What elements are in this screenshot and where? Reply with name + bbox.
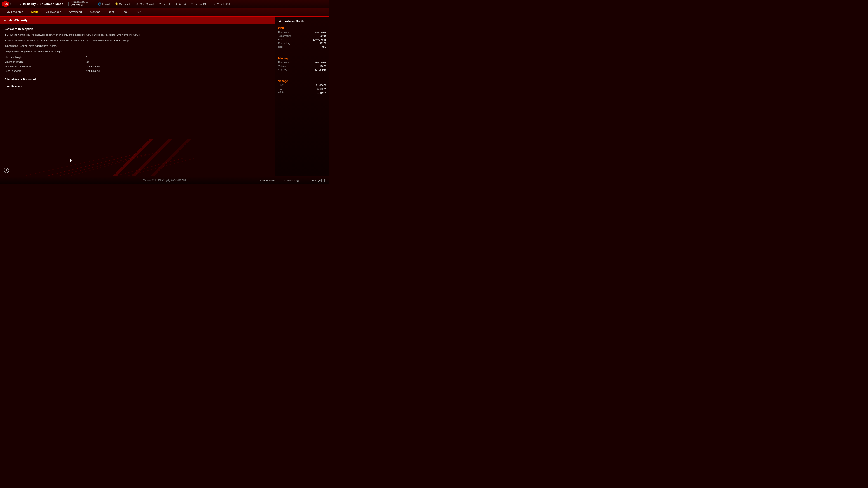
language-icon: 🌐 (98, 2, 101, 6)
user-pw-value: Not Installed (86, 70, 100, 72)
toolbar-memtest[interactable]: 🖥 MemTest86 (212, 2, 231, 6)
qfan-label: Qfan Control (140, 3, 154, 5)
search-label: Search (162, 3, 170, 5)
app-title: UEFI BIOS Utility – Advanced Mode (10, 2, 64, 6)
mem-capacity-row: Capacity 32768 MB (278, 68, 326, 71)
memory-section: Memory Frequency 4800 MHz Voltage 1.120 … (278, 57, 326, 72)
core-voltage-label: Core Voltage (278, 42, 291, 45)
bottom-bar: Version 2.21.1278 Copyright (C) 2022 AMI… (0, 176, 329, 184)
qfan-icon: ⟳ (136, 2, 139, 6)
v12-row: +12V 12.000 V (278, 84, 326, 87)
time-display: 09:55 (71, 3, 80, 7)
resizebar-icon: ⊞ (191, 2, 194, 6)
cpu-title: CPU (278, 27, 326, 30)
bclk-label: BCLK (278, 38, 284, 41)
nav-monitor[interactable]: Monitor (86, 8, 104, 16)
v12-label: +12V (278, 84, 284, 87)
cpu-section: CPU Frequency 4900 MHz Temperature 46°C … (278, 27, 326, 49)
admin-pw-label: Administrator Password (4, 65, 86, 68)
nav-advanced[interactable]: Advanced (65, 8, 86, 16)
ratio-value: 49x (322, 46, 326, 48)
info-icon-container: i (4, 168, 9, 173)
nav-boot[interactable]: Boot (104, 8, 118, 16)
mem-voltage-value: 1.120 V (317, 65, 326, 68)
memtest-label: MemTest86 (217, 3, 230, 5)
ratio-row: Ratio 49x (278, 46, 326, 48)
v5-value: 5.160 V (317, 88, 326, 90)
datetime-area: 08/22/2022 Monday 09:55 ⚙ (71, 1, 90, 7)
v5-row: +5V 5.160 V (278, 88, 326, 90)
min-length-label: Minimum length (4, 56, 86, 59)
bottom-divider-2 (306, 179, 306, 182)
bclk-row: BCLK 100.00 MHz (278, 38, 326, 41)
toolbar-qfan[interactable]: ⟳ Qfan Control (134, 2, 155, 6)
top-bar: ROG UEFI BIOS Utility – Advanced Mode 08… (0, 0, 329, 8)
mem-voltage-label: Voltage (278, 65, 286, 68)
user-password-action[interactable]: User Password (4, 83, 270, 90)
table-row: User Password Not Installed (4, 69, 270, 73)
nav-my-favorites[interactable]: My Favorites (2, 8, 27, 16)
admin-pw-value: Not Installed (86, 65, 100, 68)
mem-freq-value: 4800 MHz (315, 61, 326, 64)
core-voltage-row: Core Voltage 1.332 V (278, 42, 326, 45)
v33-row: +3.3V 3.360 V (278, 91, 326, 94)
cpu-temp-row: Temperature 46°C (278, 35, 326, 37)
toolbar-aura[interactable]: ✦ AURA (174, 2, 187, 6)
user-pw-label: User Password (4, 70, 86, 72)
min-length-value: 3 (86, 56, 87, 59)
version-text: Version 2.21.1278 Copyright (C) 2022 AMI (143, 179, 186, 182)
table-row: Minimum length 3 (4, 55, 270, 60)
last-modified-button[interactable]: Last Modified (260, 179, 275, 182)
ezmode-button[interactable]: EzMode(F7)|→ (284, 179, 301, 182)
monitor-icon: 🖥 (278, 20, 281, 23)
hotkeys-button[interactable]: Hot Keys ? (310, 179, 324, 182)
cpu-freq-label: Frequency (278, 31, 289, 34)
myfavorite-icon: ⭐ (115, 2, 118, 6)
toolbar-language[interactable]: 🌐 English (97, 2, 112, 6)
aura-label: AURA (179, 3, 186, 5)
nav-exit[interactable]: Exit (131, 8, 145, 16)
cpu-temp-label: Temperature (278, 35, 291, 37)
divider-1 (68, 2, 69, 6)
cpu-temp-value: 46°C (320, 35, 326, 37)
breadcrumb: Main\Security (8, 19, 28, 22)
toolbar-myfavorite[interactable]: ⭐ MyFavorite (114, 2, 133, 6)
memory-title: Memory (278, 57, 326, 60)
breadcrumb-bar: ← Main\Security (0, 17, 275, 24)
table-row: Administrator Password Not Installed (4, 64, 270, 69)
main-layout: ← Main\Security Password Description If … (0, 17, 329, 176)
toolbar-search[interactable]: ? Search (157, 2, 172, 6)
hotkeys-icon: ? (321, 179, 324, 182)
rog-logo: ROG (2, 1, 8, 7)
toolbar-resizebar[interactable]: ⊞ ReSize BAR (189, 2, 210, 6)
aura-icon: ✦ (175, 2, 178, 6)
search-icon: ? (158, 2, 162, 6)
language-label: English (102, 3, 110, 5)
memtest-icon: 🖥 (213, 2, 216, 6)
v12-value: 12.000 V (316, 84, 326, 87)
divider-2 (94, 2, 94, 6)
cpu-freq-value: 4900 MHz (315, 31, 326, 34)
ratio-label: Ratio (278, 46, 283, 48)
nav-tool[interactable]: Tool (118, 8, 131, 16)
back-button[interactable]: ← (4, 19, 7, 22)
date-display: 08/22/2022 Monday (71, 1, 90, 3)
divider (4, 74, 270, 75)
mem-capacity-value: 32768 MB (314, 68, 326, 71)
myfavorite-label: MyFavorite (119, 3, 131, 5)
voltage-section: Voltage +12V 12.000 V +5V 5.160 V +3.3V … (278, 79, 326, 95)
desc-4: The password length must be in the follo… (4, 50, 270, 54)
nav-ai-tweaker[interactable]: Ai Tweaker (42, 8, 65, 16)
settings-icon[interactable]: ⚙ (81, 4, 84, 6)
desc-2: If ONLY the User's password is set, then… (4, 39, 270, 42)
section-title: Password Description (4, 28, 270, 31)
admin-password-action[interactable]: Administrator Password (4, 76, 270, 83)
mem-freq-label: Frequency (278, 61, 289, 64)
content-area: ← Main\Security Password Description If … (0, 17, 275, 176)
info-icon[interactable]: i (4, 168, 9, 173)
nav-main[interactable]: Main (27, 8, 42, 16)
hw-divider-1 (278, 53, 326, 53)
desc-3: In Setup the User will have Administrato… (4, 44, 270, 48)
v33-label: +3.3V (278, 91, 284, 94)
table-row: Maximum length 20 (4, 60, 270, 64)
